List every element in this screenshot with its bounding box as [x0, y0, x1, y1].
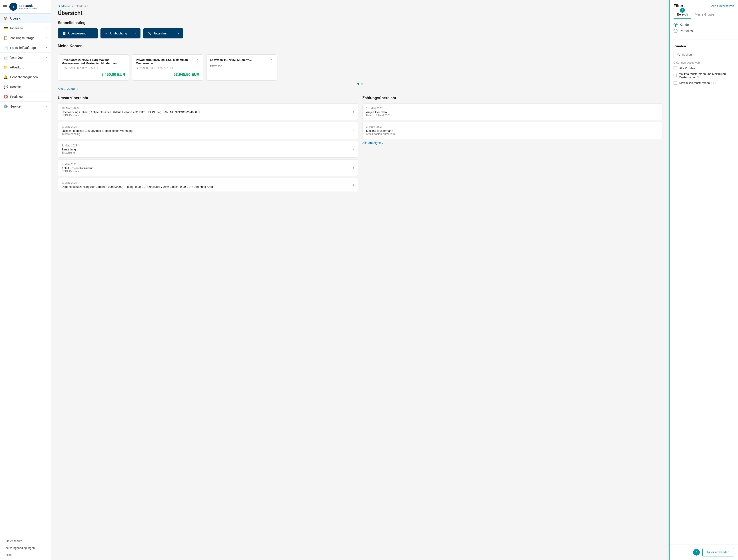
alle-anzeigen-zahlungen[interactable]: Alle anzeigen ›: [362, 141, 662, 145]
sidebar-label-epostkorb: ePostkorb: [10, 66, 24, 69]
konto-menu-0[interactable]: ⋮: [121, 58, 125, 63]
kunden-filter-section: Kunden 🔍 0 Kunden ausgewählt Alle Kunden…: [670, 41, 738, 90]
chevron-down-icon-5: ▾: [46, 105, 47, 107]
umbuchung-button[interactable]: ↔ Umbuchung ›: [100, 28, 140, 38]
filter-tabs: 2 Bereich Meine Gruppen: [674, 10, 734, 19]
sidebar-label-service: Service: [10, 105, 21, 108]
konto-iban-1: DE28 3006 0601 0028 7975 96: [136, 67, 200, 70]
konto-name-1: Privatkonto 28797596 EUR Maximilian Must…: [136, 58, 196, 65]
alle-anzeigen-konten[interactable]: Alle anzeigen ›: [58, 87, 662, 90]
dot-1[interactable]: [361, 83, 363, 85]
checkbox-maxima-maximilian[interactable]: Maxima Mustermann und Maximilian Musterm…: [674, 72, 734, 79]
radio-portfolios-label: Portfolios: [680, 29, 693, 33]
footer-hilfe[interactable]: › Hilfe: [0, 551, 51, 558]
sidebar-header: a apoBank Bank der Gesundheit: [0, 0, 51, 14]
content-area: Startseite › Startseite Übersicht Schnel…: [51, 0, 669, 560]
trans-date-1: 3. März 2023: [62, 125, 132, 128]
chevron-down-icon-4: ▾: [46, 56, 47, 59]
radio-portfolios[interactable]: Portfolios: [674, 29, 734, 33]
sidebar-item-produkte[interactable]: ⭕ Produkte: [0, 92, 51, 101]
zahlungs-section: Zahlungsübersicht 10. März 2023 Antjee G…: [362, 96, 662, 193]
filter-reset-button[interactable]: Alle zurücksetzen: [711, 4, 734, 8]
sidebar-item-benachrichtigungen[interactable]: 🔔 Benachrichtigungen: [0, 72, 51, 82]
konto-card-0: Privatkonto 28797631 EUR Maxima Musterma…: [58, 54, 129, 81]
kunden-section-title: Kunden: [674, 44, 734, 48]
checkbox-maximilian[interactable]: Maximilian Mustermann, EUR: [674, 81, 734, 85]
sidebar-item-zahlungsauftraege[interactable]: 📋 Zahlungsaufträge ▾: [0, 33, 51, 43]
sidebar-label-produkte: Produkte: [10, 95, 23, 98]
transaction-item-0[interactable]: 10. März 2023 Überweisung Online; ; Antj…: [58, 103, 358, 120]
sidebar-footer: › Datenschutz › Nutzungsbedingungen › Hi…: [0, 536, 51, 560]
hilfe-label: Hilfe: [6, 553, 12, 556]
sidebar-item-vermoegen[interactable]: 📊 Vermögen ▾: [0, 53, 51, 62]
dot-0[interactable]: [357, 83, 359, 85]
transaction-item-4[interactable]: 3. März 2023 Darlehensauszahlung (für Da…: [58, 178, 358, 192]
footer-item-label: ›: [4, 539, 4, 543]
tageslimit-button[interactable]: ✏️ Tageslimit ›: [143, 28, 183, 38]
breadcrumb-separator: ›: [72, 4, 73, 8]
konten-title: Meine Konten: [58, 44, 82, 48]
logo-area: a apoBank Bank der Gesundheit: [9, 3, 38, 11]
payment-purpose-1: Anteil Kosten Kurzurlaub: [366, 132, 659, 135]
konto-card-2: apoWach 11879759 Musterm... ⋮ DE87 300..…: [206, 54, 277, 81]
filter-header: Filter Alle zurücksetzen: [670, 0, 738, 10]
logo-text: apoBank Bank der Gesundheit: [19, 4, 38, 10]
checkbox-alle-kunden[interactable]: Alle Kunden: [674, 66, 734, 70]
hamburger-menu[interactable]: [3, 5, 7, 8]
footer-datenschutz[interactable]: › Datenschutz: [0, 538, 51, 544]
brand-tagline: Bank der Gesundheit: [19, 8, 38, 10]
radio-kunden-label: Kunden: [680, 23, 690, 26]
payment-name-0: Antjee Gouzdea: [366, 110, 659, 114]
zahlungs-list: 10. März 2023 Antjee Gouzdea Urlaub Holl…: [362, 103, 662, 139]
footer-nutzungsbedingungen[interactable]: › Nutzungsbedingungen: [0, 544, 51, 551]
checkbox-maximilian-box: [674, 81, 677, 85]
sidebar-item-uebersicht[interactable]: 🏠 Übersicht: [0, 14, 51, 23]
filter-badge: 2: [680, 8, 685, 13]
konto-menu-1[interactable]: ⋮: [196, 58, 200, 63]
sidebar-label-benachrichtigungen: Benachrichtigungen: [10, 75, 38, 79]
ueberweisung-button[interactable]: 📋 Überweisung ›: [58, 28, 98, 38]
tab-bereich[interactable]: 2 Bereich: [674, 10, 691, 19]
checkbox-maxima-box: [674, 74, 677, 77]
sidebar-item-kontakt[interactable]: 💬 Kontakt: [0, 82, 51, 92]
trans-date-2: 3. März 2023: [62, 144, 77, 147]
chevron-right-icon-zahl: ›: [382, 141, 383, 145]
radio-kunden[interactable]: Kunden: [674, 23, 734, 27]
konto-menu-2[interactable]: ⋮: [270, 58, 274, 63]
konto-name-0: Privatkonto 28797631 EUR Maxima Musterma…: [62, 58, 121, 65]
transaction-item-3[interactable]: 3. März 2023 Anteil Kosten Kurzurlaub SE…: [58, 159, 358, 176]
trans-sub-1: interne Zahlung: [62, 132, 132, 135]
payment-purpose-0: Urlaub Holland 2023: [366, 114, 659, 117]
arrow-icon-2: ›: [135, 31, 136, 35]
quick-actions: 📋 Überweisung › ↔ Umbuchung › ✏️ Tagesli…: [58, 28, 662, 38]
breadcrumb-current: Startseite: [76, 4, 88, 8]
home-icon: 🏠: [4, 16, 8, 20]
sidebar-item-lastschriftauftraege[interactable]: 📄 Lastschriftaufträge ▾: [0, 43, 51, 53]
datenschutz-label: Datenschutz: [6, 539, 22, 543]
filter-footer: 3 Filter anwenden: [670, 544, 738, 560]
footer-item-label-3: ›: [4, 553, 4, 556]
tab-bereich-label: Bereich: [677, 13, 688, 16]
transaction-item-2[interactable]: 3. März 2023 Einzahlung Einzahlung ›: [58, 141, 358, 157]
tab-meine-gruppen-label: Meine Gruppen: [695, 13, 716, 16]
vermoegen-icon: 📊: [4, 55, 8, 60]
filter-title: Filter: [674, 4, 683, 8]
filter-apply-button[interactable]: Filter anwenden: [702, 548, 734, 556]
zahlungsauftraege-icon: 📋: [4, 36, 8, 40]
page-title: Übersicht: [58, 10, 662, 16]
sidebar-item-service[interactable]: ⚙️ Service ▾: [0, 101, 51, 111]
brand-name: apoBank: [19, 4, 38, 8]
breadcrumb-home[interactable]: Startseite: [58, 4, 70, 8]
sidebar-item-finanzen[interactable]: 💳 Finanzen ▾: [0, 23, 51, 33]
kunden-search-input[interactable]: [682, 53, 731, 56]
chevron-right-icon-trans-2: ›: [353, 147, 354, 151]
sidebar-item-epostkorb[interactable]: 📁 ePostkorb: [0, 62, 51, 72]
trans-title-0: Überweisung Online; ; Antjee Gouzdea; Ur…: [62, 110, 200, 114]
konto-card-1: Privatkonto 28797596 EUR Maximilian Must…: [132, 54, 203, 81]
transaction-item-1[interactable]: 3. März 2023 Lastschrift online; Einzug …: [58, 122, 358, 139]
sidebar-label-vermoegen: Vermögen: [10, 56, 24, 59]
chevron-down-icon-2: ▾: [46, 37, 47, 39]
chevron-down-icon-3: ▾: [46, 46, 47, 49]
kontakt-icon: 💬: [4, 85, 8, 89]
tab-meine-gruppen[interactable]: Meine Gruppen: [691, 10, 720, 19]
